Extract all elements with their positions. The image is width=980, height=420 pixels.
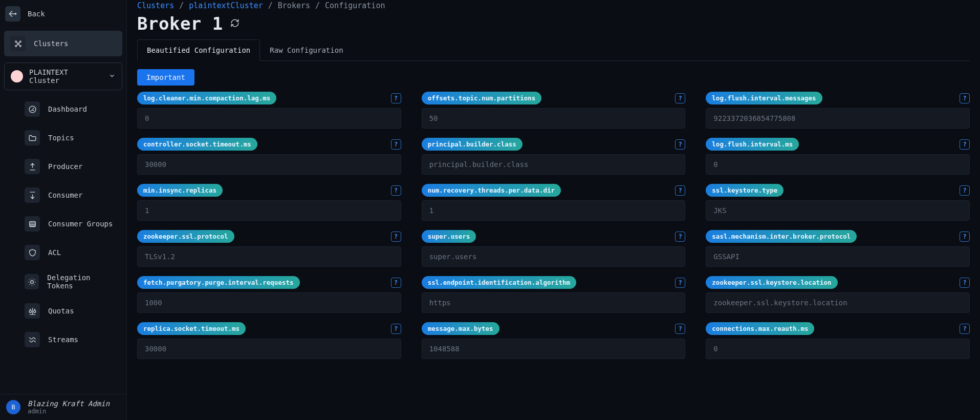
config-key-pill: log.flush.interval.messages	[706, 92, 822, 104]
importance-filter-button[interactable]: Important	[137, 69, 194, 86]
tabs: Beautified Configuration Raw Configurati…	[137, 39, 970, 61]
help-icon[interactable]: ?	[675, 93, 685, 103]
help-icon[interactable]: ?	[675, 324, 685, 334]
config-value-input[interactable]	[706, 246, 970, 267]
config-item: log.cleaner.min.compaction.lag.ms?	[137, 92, 401, 129]
refresh-button[interactable]	[230, 18, 239, 29]
help-icon[interactable]: ?	[960, 324, 970, 334]
sidebar-footer[interactable]: B Blazing Kraft Admin admin	[0, 394, 126, 420]
config-key-pill: offsets.topic.num.partitions	[422, 92, 542, 104]
help-icon[interactable]: ?	[391, 185, 401, 196]
config-item: super.users?	[422, 230, 686, 267]
sidebar-item-label: Quotas	[48, 307, 74, 315]
config-item: connections.max.reauth.ms?	[706, 322, 970, 359]
config-item: principal.builder.class?	[422, 138, 686, 175]
sidebar-item-label: Clusters	[34, 39, 68, 48]
help-icon[interactable]: ?	[391, 232, 401, 242]
config-value-input[interactable]	[137, 108, 401, 129]
help-icon[interactable]: ?	[391, 324, 401, 334]
upload-icon	[25, 159, 40, 174]
config-value-input[interactable]	[422, 246, 686, 267]
help-icon[interactable]: ?	[675, 185, 685, 196]
config-value-input[interactable]	[137, 154, 401, 175]
sidebar-item-topics[interactable]: Topics	[18, 125, 122, 151]
config-item: controller.socket.timeout.ms?	[137, 138, 401, 175]
config-value-input[interactable]	[706, 108, 970, 129]
cluster-color-dot	[11, 70, 23, 82]
config-item: ssl.endpoint.identification.algorithm?	[422, 276, 686, 313]
config-value-input[interactable]	[422, 108, 686, 129]
config-value-input[interactable]	[706, 339, 970, 359]
help-icon[interactable]: ?	[391, 93, 401, 103]
dashboard-icon	[25, 101, 40, 117]
config-key-pill: num.recovery.threads.per.data.dir	[422, 184, 561, 197]
sidebar-item-dashboard[interactable]: Dashboard	[18, 96, 122, 122]
help-icon[interactable]: ?	[960, 185, 970, 196]
page-title: Broker 1	[137, 13, 223, 34]
help-icon[interactable]: ?	[391, 278, 401, 288]
config-item: ssl.keystore.type?	[706, 184, 970, 221]
sidebar-item-delegation-tokens[interactable]: Delegation Tokens	[18, 268, 122, 295]
config-key-pill: sasl.mechanism.inter.broker.protocol	[706, 230, 857, 243]
cluster-name: PLAINTEXT Cluster	[29, 68, 102, 85]
sidebar-item-acl[interactable]: ACL	[18, 240, 122, 265]
config-key-pill: zookeeper.ssl.keystore.location	[706, 276, 837, 289]
config-key-pill: principal.builder.class	[422, 138, 522, 151]
sidebar-item-label: Delegation Tokens	[47, 274, 116, 290]
config-item: offsets.topic.num.partitions?	[422, 92, 686, 129]
config-value-input[interactable]	[706, 154, 970, 175]
config-item: fetch.purgatory.purge.interval.requests?	[137, 276, 401, 313]
svg-point-4	[17, 43, 19, 45]
config-value-input[interactable]	[422, 339, 686, 359]
main-content: Clusters / plaintextCluster / Brokers / …	[127, 0, 980, 420]
cluster-selector[interactable]: PLAINTEXT Cluster	[4, 62, 122, 90]
help-icon[interactable]: ?	[960, 278, 970, 288]
svg-point-1	[19, 40, 21, 42]
help-icon[interactable]: ?	[960, 232, 970, 242]
sidebar-item-label: Producer	[48, 162, 82, 171]
config-value-input[interactable]	[422, 154, 686, 175]
streams-icon	[25, 332, 40, 347]
config-item: sasl.mechanism.inter.broker.protocol?	[706, 230, 970, 267]
back-button[interactable]	[5, 6, 20, 22]
avatar: B	[6, 400, 20, 414]
config-value-input[interactable]	[422, 292, 686, 313]
sidebar-item-streams[interactable]: Streams	[18, 327, 122, 352]
sidebar-item-consumer-groups[interactable]: Consumer Groups	[18, 211, 122, 237]
config-key-pill: min.insync.replicas	[137, 184, 223, 197]
sidebar-item-consumer[interactable]: Consumer	[18, 182, 122, 208]
config-key-pill: zookeeper.ssl.protocol	[137, 230, 234, 243]
help-icon[interactable]: ?	[675, 139, 685, 150]
help-icon[interactable]: ?	[675, 278, 685, 288]
help-icon[interactable]: ?	[960, 93, 970, 103]
config-value-input[interactable]	[706, 200, 970, 221]
config-grid: log.cleaner.min.compaction.lag.ms?offset…	[137, 92, 970, 359]
config-value-input[interactable]	[137, 246, 401, 267]
config-key-pill: fetch.purgatory.purge.interval.requests	[137, 276, 300, 289]
breadcrumb-brokers: Brokers	[278, 1, 310, 10]
config-key-pill: connections.max.reauth.ms	[706, 322, 814, 335]
footer-user-role: admin	[28, 408, 110, 415]
tab-raw[interactable]: Raw Configuration	[260, 39, 353, 61]
sidebar-item-label: Dashboard	[48, 105, 87, 113]
config-value-input[interactable]	[137, 200, 401, 221]
sidebar-item-producer[interactable]: Producer	[18, 154, 122, 179]
tab-beautified[interactable]: Beautified Configuration	[137, 39, 260, 61]
config-value-input[interactable]	[137, 292, 401, 313]
help-icon[interactable]: ?	[675, 232, 685, 242]
help-icon[interactable]: ?	[960, 139, 970, 150]
scale-icon	[25, 303, 40, 319]
config-key-pill: controller.socket.timeout.ms	[137, 138, 257, 151]
config-value-input[interactable]	[706, 292, 970, 313]
sidebar-item-quotas[interactable]: Quotas	[18, 298, 122, 324]
sidebar-item-label: ACL	[48, 248, 61, 257]
breadcrumb-clusters[interactable]: Clusters	[137, 1, 174, 10]
breadcrumb-sep: /	[268, 1, 273, 10]
config-value-input[interactable]	[422, 200, 686, 221]
config-item: zookeeper.ssl.keystore.location?	[706, 276, 970, 313]
help-icon[interactable]: ?	[391, 139, 401, 150]
sidebar-item-clusters[interactable]: Clusters	[4, 31, 122, 56]
shield-icon	[25, 245, 40, 260]
config-value-input[interactable]	[137, 339, 401, 359]
breadcrumb-cluster[interactable]: plaintextCluster	[189, 1, 263, 10]
